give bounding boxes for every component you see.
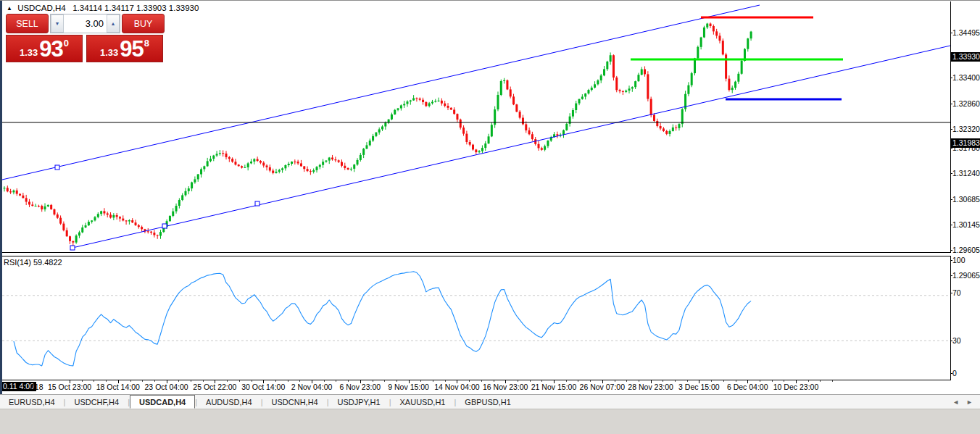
- time-axis-tick: [215, 380, 215, 383]
- time-axis-minor-tick: [227, 380, 228, 382]
- time-axis-label: 28 Nov 23:00: [628, 383, 673, 391]
- time-axis-minor-tick: [772, 380, 773, 382]
- time-axis-tick: [747, 380, 748, 383]
- time-axis-minor-tick: [396, 380, 397, 382]
- status-bar: [0, 409, 980, 434]
- time-axis-minor-tick: [252, 380, 252, 382]
- time-axis-minor-tick: [626, 380, 627, 382]
- rsi-indicator-label: RSI(14) 59.4822: [4, 258, 62, 267]
- time-axis-label: 3 Dec 15:00: [678, 383, 720, 391]
- chart-tab-eurusd[interactable]: EURUSD,H4: [0, 395, 64, 409]
- time-axis-label: 26 Nov 07:00: [580, 383, 625, 391]
- price-axis-label: 1.29605: [952, 246, 980, 254]
- time-axis-minor-tick: [615, 380, 615, 382]
- time-axis-minor-tick: [687, 380, 688, 382]
- price-axis[interactable]: 1.344951.334001.328601.323201.317801.312…: [951, 1, 980, 394]
- rsi-axis-label: 100: [952, 256, 966, 264]
- symbol-timeframe: USDCAD,H4: [17, 4, 65, 12]
- time-axis-label: 16 Nov 23:00: [483, 383, 528, 391]
- sell-price-small: 1.33: [20, 46, 38, 60]
- time-axis-minor-tick: [445, 380, 446, 382]
- volume-input[interactable]: 3.00: [64, 14, 107, 33]
- time-axis-minor-tick: [541, 380, 542, 382]
- time-axis-minor-tick: [336, 380, 336, 382]
- volume-decrease-button[interactable]: ▼: [51, 14, 64, 33]
- buy-price-big: 95: [120, 38, 143, 60]
- tab-scroll-left-icon[interactable]: ◄: [952, 398, 959, 406]
- time-axis-minor-tick: [639, 380, 639, 382]
- chart-tab-strip: EURUSD,H4|USDCHF,H4|USDCAD,H4|AUDUSD,H4|…: [0, 395, 980, 409]
- chart-tab-usdjpy[interactable]: USDJPY,H1: [329, 395, 389, 409]
- time-axis-minor-tick: [348, 380, 349, 382]
- time-axis-minor-tick: [433, 380, 433, 382]
- chart-tab-usdcad[interactable]: USDCAD,H4: [130, 395, 195, 409]
- time-axis-minor-tick: [808, 380, 809, 382]
- sell-button[interactable]: SELL: [6, 14, 49, 33]
- ohlc-text: 1.34114 1.34117 1.33903 1.33930: [72, 4, 199, 12]
- time-axis-minor-tick: [494, 380, 494, 382]
- time-axis-minor-tick: [481, 380, 482, 382]
- rsi-indicator-panel[interactable]: [2, 256, 951, 380]
- price-axis-label: 1.30685: [952, 195, 980, 204]
- time-axis-minor-tick: [566, 380, 567, 382]
- time-axis-label: 30 Oct 14:00: [241, 383, 285, 391]
- chart-tab-xauusd[interactable]: XAUUSD,H1: [391, 395, 454, 409]
- ohlc-values: [68, 4, 70, 12]
- time-axis-label: 9 Nov 15:00: [388, 383, 429, 391]
- time-axis-label: 14 Nov 04:00: [434, 383, 479, 391]
- time-axis-minor-tick: [518, 380, 518, 382]
- time-axis-minor-tick: [94, 380, 94, 382]
- time-axis-minor-tick: [784, 380, 784, 382]
- time-axis-label: 21 Nov 15:00: [531, 383, 576, 391]
- chart-region: ▲ USDCAD,H4 1.34114 1.34117 1.33903 1.33…: [0, 0, 980, 414]
- chart-tab-gbpusd[interactable]: GBPUSD,H1: [456, 395, 520, 409]
- time-axis-label-partial: 018: [30, 383, 43, 391]
- time-axis-minor-tick: [239, 380, 240, 382]
- price-badge: 1.33930: [951, 52, 980, 62]
- time-axis-label: 23 Oct 04:00: [145, 383, 188, 391]
- time-axis-minor-tick: [191, 380, 191, 382]
- time-axis-minor-tick: [288, 380, 288, 382]
- price-badge: 1.31983: [951, 138, 980, 148]
- time-axis-minor-tick: [178, 380, 179, 382]
- time-axis-minor-tick: [469, 380, 470, 382]
- time-axis-tick: [360, 380, 361, 383]
- buy-price-display[interactable]: 1.33 95 8: [86, 35, 163, 62]
- chart-tab-usdcnh[interactable]: USDCNH,H4: [263, 395, 327, 409]
- price-axis-label: 1.29065: [952, 271, 980, 280]
- time-axis-label: 6 Dec 04:00: [727, 383, 768, 391]
- time-axis-minor-tick: [154, 380, 155, 382]
- buy-price-sup: 8: [144, 33, 149, 54]
- chart-tab-audusd[interactable]: AUDUSD,H4: [197, 395, 261, 409]
- time-axis[interactable]: 0.11 4:0001815 Oct 23:0018 Oct 14:0023 O…: [2, 380, 951, 395]
- time-axis-minor-tick: [275, 380, 276, 382]
- rsi-axis-label: 30: [952, 336, 961, 345]
- chart-title: ▲ USDCAD,H4 1.34114 1.34117 1.33903 1.33…: [7, 4, 199, 12]
- volume-increase-button[interactable]: ▲: [107, 14, 120, 33]
- time-axis-minor-tick: [820, 380, 821, 382]
- time-axis-tick: [602, 380, 603, 383]
- time-axis-label: 25 Oct 22:00: [193, 383, 236, 391]
- tab-scroll-right-icon[interactable]: ►: [966, 398, 973, 406]
- volume-spinner: ▼ 3.00 ▲: [50, 14, 120, 33]
- time-axis-minor-tick: [130, 380, 131, 382]
- time-axis-tick: [505, 380, 506, 383]
- rsi-axis-label: 70: [952, 288, 961, 297]
- time-axis-tick: [796, 380, 797, 383]
- mt4-chart-window: T ▾ M1M5M15M30H1H4D1W1MN ▲ USDCAD,H4 1.3…: [0, 0, 980, 434]
- time-axis-minor-tick: [299, 380, 300, 382]
- time-axis-minor-tick: [832, 380, 833, 382]
- time-axis-label: 10 Dec 23:00: [773, 383, 818, 391]
- one-click-trading-panel: SELL ▼ 3.00 ▲ BUY 1.33 93 0 1.33 95 8: [6, 14, 165, 62]
- buy-button[interactable]: BUY: [122, 14, 165, 33]
- sell-price-display[interactable]: 1.33 93 0: [6, 35, 83, 62]
- time-axis-minor-tick: [711, 380, 712, 382]
- chart-tab-usdchf[interactable]: USDCHF,H4: [65, 395, 128, 409]
- collapse-triangle-icon[interactable]: ▲: [7, 5, 12, 12]
- sell-price-sup: 0: [64, 33, 69, 54]
- time-axis-minor-tick: [675, 380, 676, 382]
- time-axis-minor-tick: [384, 380, 385, 382]
- sell-price-big: 93: [39, 38, 62, 60]
- price-axis-label: 1.31240: [952, 169, 980, 178]
- time-axis-minor-tick: [736, 380, 736, 382]
